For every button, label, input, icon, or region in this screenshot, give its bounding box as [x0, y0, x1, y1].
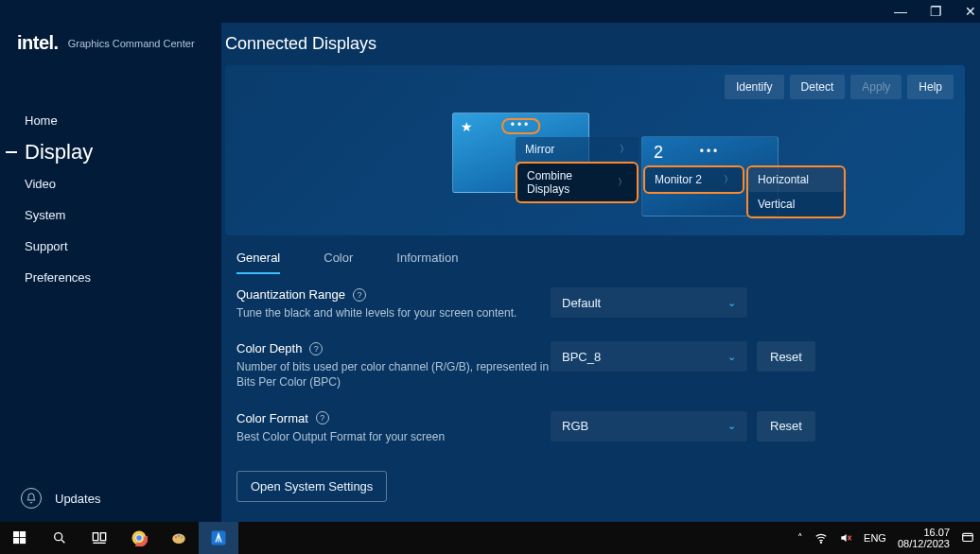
settings-tabs: General Color Information	[225, 235, 965, 274]
taskbar-intel-icon[interactable]	[199, 522, 238, 554]
tray-time: 16.07	[898, 527, 950, 538]
monitor-2-menu-icon[interactable]: •••	[700, 147, 721, 156]
updates-button[interactable]: Updates	[0, 475, 221, 522]
brand: intel. Graphics Command Center	[0, 23, 221, 60]
tab-general[interactable]: General	[236, 251, 280, 274]
help-button[interactable]: Help	[907, 75, 954, 99]
context-item-mirror[interactable]: Mirror 〉	[516, 137, 639, 162]
tray-volume-icon[interactable]	[839, 531, 852, 545]
chevron-right-icon: 〉	[618, 176, 627, 189]
settings-list: Quantization Range ? Tune the black and …	[225, 274, 965, 444]
bell-icon	[21, 488, 42, 509]
primary-star-icon: ★	[461, 119, 473, 134]
monitor-1-menu-icon[interactable]: •••	[501, 118, 541, 134]
page-title: Connected Displays	[225, 23, 376, 65]
sidebar-item-video[interactable]: Video	[0, 168, 221, 199]
setting-desc: Tune the black and white levels for your…	[236, 305, 551, 320]
help-icon[interactable]: ?	[353, 288, 366, 302]
select-value: BPC_8	[562, 350, 601, 364]
context-submenu-orientation: Horizontal Vertical	[746, 165, 846, 218]
context-item-label: Mirror	[525, 143, 554, 156]
tray-language[interactable]: ENG	[864, 532, 886, 544]
brand-logo: intel.	[17, 32, 59, 54]
tab-color[interactable]: Color	[324, 251, 353, 274]
svg-rect-0	[13, 531, 19, 537]
tray-notifications-icon[interactable]	[961, 531, 974, 545]
svg-rect-2	[13, 538, 19, 544]
setting-color-format: Color Format ? Best Color Output Format …	[236, 411, 954, 444]
svg-point-14	[175, 536, 177, 538]
chevron-down-icon: ⌄	[727, 351, 736, 363]
help-icon[interactable]: ?	[316, 411, 329, 424]
select-value: RGB	[562, 419, 588, 433]
svg-rect-6	[93, 533, 97, 541]
open-system-settings-button[interactable]: Open System Settings	[236, 471, 387, 502]
setting-title: Color Depth	[236, 341, 302, 355]
setting-desc: Number of bits used per color channel (R…	[236, 359, 551, 390]
minimize-button[interactable]: —	[894, 5, 907, 18]
svg-rect-21	[963, 533, 973, 541]
updates-label: Updates	[55, 492, 100, 506]
svg-point-4	[55, 533, 62, 541]
svg-rect-1	[20, 531, 26, 537]
sidebar-nav: Home Display Video System Support Prefer…	[0, 60, 221, 293]
restore-button[interactable]: ❐	[930, 5, 942, 18]
identify-button[interactable]: Identify	[725, 75, 784, 99]
sidebar-item-display[interactable]: Display	[0, 136, 221, 168]
sidebar-item-support[interactable]: Support	[0, 231, 221, 262]
taskbar-search-icon[interactable]	[40, 522, 79, 554]
sidebar-item-system[interactable]: System	[0, 199, 221, 231]
tab-information[interactable]: Information	[396, 251, 458, 274]
setting-title: Quantization Range	[236, 287, 345, 302]
apply-button: Apply	[850, 75, 901, 99]
taskbar-chrome-icon[interactable]	[119, 522, 159, 554]
context-item-label: Horizontal	[758, 173, 809, 186]
sidebar-item-preferences[interactable]: Preferences	[0, 262, 221, 293]
taskbar-paint-icon[interactable]	[159, 522, 199, 554]
svg-line-5	[61, 540, 64, 543]
context-item-label: Combine Displays	[527, 169, 618, 196]
context-item-monitor2[interactable]: Monitor 2 〉	[643, 165, 744, 194]
taskbar: ˄ ENG 16.07 08/12/2023	[0, 522, 980, 554]
monitor-2-number: 2	[654, 143, 663, 163]
taskbar-tray: ˄ ENG 16.07 08/12/2023	[797, 527, 980, 549]
svg-point-18	[821, 542, 822, 543]
svg-point-16	[181, 536, 183, 538]
setting-color-depth: Color Depth ? Number of bits used per co…	[236, 341, 954, 390]
setting-quantization: Quantization Range ? Tune the black and …	[236, 287, 954, 320]
close-button[interactable]: ✕	[965, 5, 976, 18]
svg-rect-7	[100, 533, 105, 541]
select-value: Default	[562, 296, 601, 310]
detect-button[interactable]: Detect	[790, 75, 846, 99]
setting-desc: Best Color Output Format for your screen	[236, 429, 551, 444]
color-format-select[interactable]: RGB ⌄	[551, 411, 747, 441]
color-format-reset[interactable]: Reset	[757, 411, 815, 441]
context-item-label: Monitor 2	[655, 173, 702, 186]
tray-clock[interactable]: 16.07 08/12/2023	[898, 527, 950, 549]
context-item-label: Vertical	[758, 198, 795, 211]
card-actions: Identify Detect Apply Help	[236, 75, 954, 99]
main-content: Connected Displays Identify Detect Apply…	[221, 23, 980, 522]
svg-point-15	[178, 535, 180, 537]
color-depth-select[interactable]: BPC_8 ⌄	[551, 341, 747, 372]
help-icon[interactable]: ?	[309, 342, 323, 355]
window-titlebar: — ❐ ✕	[0, 0, 980, 23]
color-depth-reset[interactable]: Reset	[757, 341, 815, 372]
svg-rect-3	[20, 538, 26, 544]
chevron-down-icon: ⌄	[727, 297, 736, 309]
chevron-right-icon: 〉	[620, 143, 629, 156]
context-menu-display: Mirror 〉 Combine Displays 〉	[516, 137, 639, 203]
sidebar-item-home[interactable]: Home	[0, 105, 221, 136]
chevron-down-icon: ⌄	[727, 420, 736, 432]
sidebar: intel. Graphics Command Center Home Disp…	[0, 23, 221, 522]
start-button[interactable]	[0, 522, 40, 554]
context-item-combine[interactable]: Combine Displays 〉	[516, 162, 639, 203]
tray-chevron-icon[interactable]: ˄	[797, 532, 803, 545]
displays-card: Identify Detect Apply Help ★ ••• 2 •••	[225, 65, 965, 235]
context-item-horizontal[interactable]: Horizontal	[748, 167, 844, 192]
quantization-select[interactable]: Default ⌄	[551, 287, 747, 318]
context-item-vertical[interactable]: Vertical	[748, 192, 844, 216]
taskbar-taskview-icon[interactable]	[79, 522, 119, 554]
tray-date: 08/12/2023	[898, 538, 950, 549]
tray-wifi-icon[interactable]	[814, 531, 828, 545]
